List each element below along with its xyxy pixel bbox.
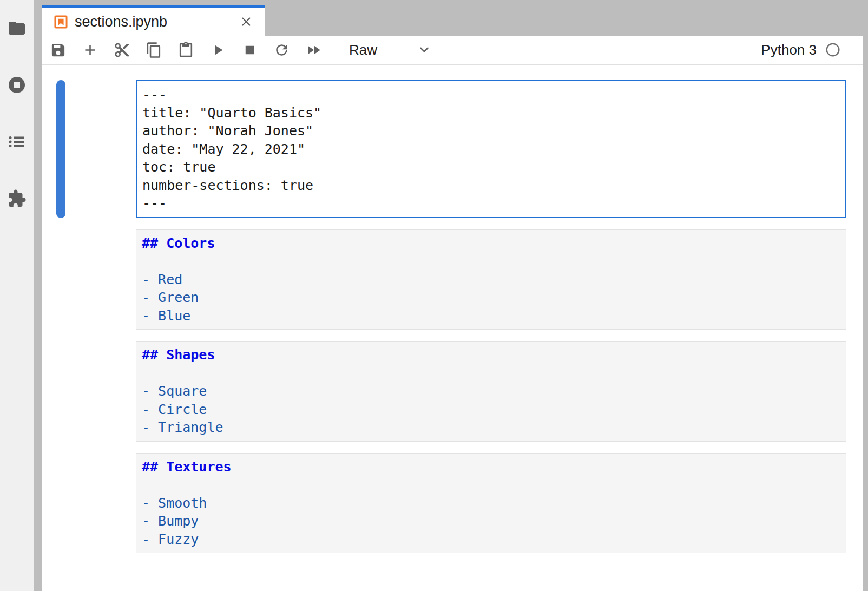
interrupt-kernel-button[interactable]	[238, 38, 261, 62]
markdown-cell-editor[interactable]: ## Shapes - Square- Circle- Triangle	[136, 341, 846, 442]
notebook-panel: sections.ipynb Raw Python 3 ---tit	[42, 0, 863, 591]
code-line: - Fuzzy	[142, 530, 840, 549]
code-line: - Smooth	[142, 494, 840, 513]
dock-panel-gap	[34, 0, 42, 591]
kernel-area: Python 3	[761, 42, 863, 58]
copy-cells-button[interactable]	[142, 38, 166, 62]
cell-collapser[interactable]	[56, 80, 65, 218]
code-line: ---	[142, 194, 840, 213]
plus-icon	[82, 42, 98, 58]
run-cell-button[interactable]	[206, 38, 229, 62]
code-line: ---	[142, 86, 840, 104]
tab-title: sections.ipynb	[75, 14, 167, 30]
activity-sidebar	[0, 0, 34, 591]
markdown-cell-editor[interactable]: ## Colors - Red- Green- Blue	[136, 229, 846, 330]
restart-and-run-all-button[interactable]	[301, 38, 325, 62]
code-line: - Red	[142, 271, 840, 289]
cell-input-prompt	[65, 229, 136, 330]
markdown-cell-editor[interactable]: ## Textures - Smooth- Bumpy- Fuzzy	[136, 453, 846, 554]
code-line: - Bumpy	[142, 512, 840, 530]
cell-input-prompt	[65, 80, 136, 218]
tab-sections-ipynb[interactable]: sections.ipynb	[42, 5, 265, 36]
fast-forward-icon	[305, 42, 322, 58]
code-line: - Green	[142, 288, 840, 307]
paste-icon	[177, 42, 194, 58]
notebook-toolbar: Raw Python 3	[42, 36, 863, 65]
toolbar-buttons	[46, 38, 333, 62]
cell-type-select[interactable]: Raw	[349, 42, 431, 58]
raw-cell-0: ---title: "Quarto Basics"author: "Norah …	[42, 80, 863, 218]
kernel-status-icon	[825, 42, 840, 57]
cell-collapser[interactable]	[56, 453, 65, 554]
markdown-cell-2: ## Shapes - Square- Circle- Triangle	[42, 341, 863, 442]
paste-cells-button[interactable]	[174, 38, 198, 62]
raw-cell-editor[interactable]: ---title: "Quarto Basics"author: "Norah …	[136, 80, 846, 218]
code-line: title: "Quarto Basics"	[142, 104, 840, 122]
insert-cell-below-button[interactable]	[78, 38, 102, 62]
markdown-cell-1: ## Colors - Red- Green- Blue	[42, 229, 863, 330]
close-icon[interactable]	[238, 14, 254, 30]
cell-type-value: Raw	[349, 42, 377, 58]
puzzle-icon	[7, 189, 27, 208]
restart-kernel-button[interactable]	[269, 38, 293, 62]
save-notebook-button[interactable]	[46, 38, 70, 62]
code-line	[142, 364, 840, 383]
stop-circle-icon	[7, 75, 27, 95]
code-line: ## Shapes	[142, 346, 840, 364]
notebook-icon	[54, 15, 68, 29]
sidebar-running-sessions-button[interactable]	[5, 73, 29, 97]
cell-input-prompt	[65, 453, 136, 554]
code-line: - Square	[142, 382, 840, 400]
code-line: - Circle	[142, 400, 840, 419]
code-line: number-sections: true	[142, 176, 840, 195]
code-line: date: "May 22, 2021"	[142, 140, 840, 159]
folder-icon	[7, 18, 27, 38]
run-icon	[209, 42, 226, 58]
code-line: ## Colors	[142, 234, 840, 253]
code-line: - Triangle	[142, 418, 840, 437]
cut-icon	[114, 42, 130, 58]
cut-cells-button[interactable]	[110, 38, 134, 62]
code-line: toc: true	[142, 158, 840, 176]
code-line: - Blue	[142, 307, 840, 325]
chevron-down-icon	[417, 43, 431, 57]
save-icon	[50, 42, 67, 58]
code-line: author: "Norah Jones"	[142, 122, 840, 140]
window-right-edge	[863, 0, 868, 591]
restart-icon	[273, 42, 290, 58]
sidebar-table-of-contents-button[interactable]	[5, 130, 29, 154]
jupyterlab-window: sections.ipynb Raw Python 3 ---tit	[0, 0, 868, 591]
cell-collapser[interactable]	[56, 341, 65, 442]
code-line	[142, 476, 840, 494]
stop-icon	[241, 42, 258, 58]
cell-collapser[interactable]	[56, 229, 65, 330]
list-icon	[7, 132, 27, 152]
tab-bar: sections.ipynb	[42, 0, 863, 36]
sidebar-file-browser-button[interactable]	[5, 16, 29, 40]
copy-icon	[146, 42, 162, 58]
cell-input-prompt	[65, 341, 136, 442]
markdown-cell-3: ## Textures - Smooth- Bumpy- Fuzzy	[42, 453, 863, 554]
sidebar-extension-manager-button[interactable]	[5, 187, 29, 211]
kernel-name[interactable]: Python 3	[761, 42, 817, 58]
notebook-area: ---title: "Quarto Basics"author: "Norah …	[42, 65, 863, 591]
code-line: ## Textures	[142, 458, 840, 476]
code-line	[142, 252, 840, 271]
